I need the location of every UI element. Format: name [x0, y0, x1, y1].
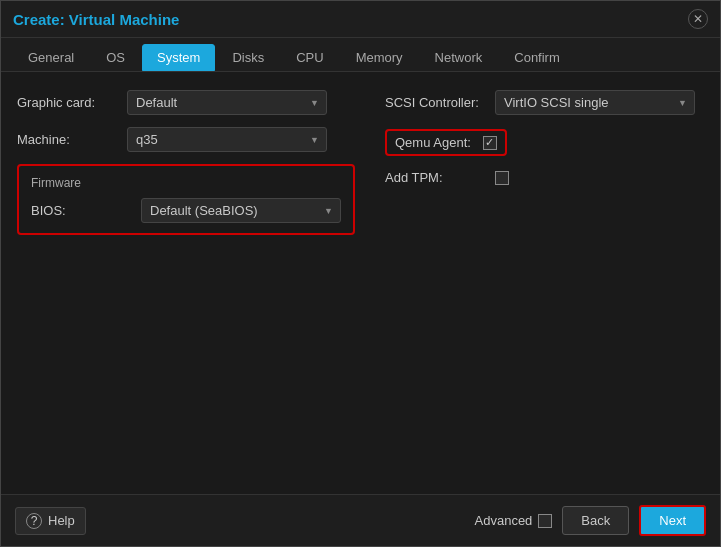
firmware-title: Firmware: [31, 176, 341, 190]
tab-bar: General OS System Disks CPU Memory Netwo…: [1, 38, 720, 72]
graphic-card-select[interactable]: Default: [127, 90, 327, 115]
machine-select-wrapper[interactable]: q35: [127, 127, 327, 152]
add-tpm-label: Add TPM:: [385, 170, 485, 185]
title-bar: Create: Virtual Machine ✕: [1, 1, 720, 38]
help-label: Help: [48, 513, 75, 528]
dialog-footer: ? Help Advanced Back Next: [1, 494, 720, 546]
advanced-row: Advanced: [475, 513, 553, 528]
machine-row: Machine: q35: [17, 127, 355, 152]
scsi-select[interactable]: VirtIO SCSI single: [495, 90, 695, 115]
bios-select-wrapper[interactable]: Default (SeaBIOS): [141, 198, 341, 223]
add-tpm-checkbox[interactable]: [495, 171, 509, 185]
tab-os[interactable]: OS: [91, 44, 140, 71]
help-icon: ?: [26, 513, 42, 529]
left-column: Graphic card: Default Machine: q35: [17, 90, 355, 235]
scsi-select-wrapper[interactable]: VirtIO SCSI single: [495, 90, 695, 115]
machine-select[interactable]: q35: [127, 127, 327, 152]
tab-memory[interactable]: Memory: [341, 44, 418, 71]
qemu-agent-checkbox[interactable]: [483, 136, 497, 150]
tab-confirm[interactable]: Confirm: [499, 44, 575, 71]
graphic-card-row: Graphic card: Default: [17, 90, 355, 115]
qemu-agent-box: Qemu Agent:: [385, 129, 507, 156]
bios-label: BIOS:: [31, 203, 131, 218]
scsi-label: SCSI Controller:: [385, 95, 485, 110]
close-button[interactable]: ✕: [688, 9, 708, 29]
advanced-checkbox[interactable]: [538, 514, 552, 528]
tab-disks[interactable]: Disks: [217, 44, 279, 71]
help-button[interactable]: ? Help: [15, 507, 86, 535]
dialog-title: Create: Virtual Machine: [13, 11, 179, 28]
two-column-layout: Graphic card: Default Machine: q35: [17, 90, 704, 235]
advanced-label: Advanced: [475, 513, 533, 528]
graphic-card-select-wrapper[interactable]: Default: [127, 90, 327, 115]
right-column: SCSI Controller: VirtIO SCSI single Qemu…: [385, 90, 704, 235]
bios-select[interactable]: Default (SeaBIOS): [141, 198, 341, 223]
add-tpm-row: Add TPM:: [385, 170, 704, 185]
firmware-section: Firmware BIOS: Default (SeaBIOS): [17, 164, 355, 235]
scsi-row: SCSI Controller: VirtIO SCSI single: [385, 90, 704, 115]
next-button[interactable]: Next: [639, 505, 706, 536]
tab-system[interactable]: System: [142, 44, 215, 71]
main-content: Graphic card: Default Machine: q35: [1, 72, 720, 494]
qemu-agent-row-outer: Qemu Agent:: [385, 129, 704, 156]
graphic-card-label: Graphic card:: [17, 95, 117, 110]
tab-general[interactable]: General: [13, 44, 89, 71]
back-button[interactable]: Back: [562, 506, 629, 535]
tab-cpu[interactable]: CPU: [281, 44, 338, 71]
tab-network[interactable]: Network: [420, 44, 498, 71]
qemu-label: Qemu Agent:: [395, 135, 471, 150]
bios-row: BIOS: Default (SeaBIOS): [31, 198, 341, 223]
create-vm-dialog: Create: Virtual Machine ✕ General OS Sys…: [0, 0, 721, 547]
footer-right: Advanced Back Next: [475, 505, 706, 536]
machine-label: Machine:: [17, 132, 117, 147]
